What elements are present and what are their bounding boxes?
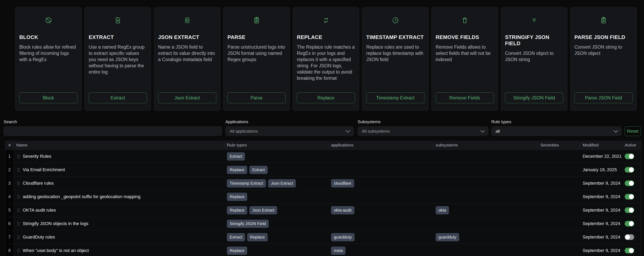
- card-title: PARSE: [228, 34, 286, 40]
- subsystems-cell: [433, 244, 538, 256]
- table-row[interactable]: 4 adding geolocation _geopoint suffix fo…: [5, 190, 641, 203]
- subsystems-cell: okta: [433, 204, 538, 217]
- table-row[interactable]: 7 GuardDuty rules ExtractReplace guarddu…: [5, 230, 641, 244]
- rule-type-tag: Replace: [227, 193, 247, 201]
- card-timestamp-extract: TIMESTAMP EXTRACT Replace rules are used…: [362, 7, 428, 111]
- toggle-knob: [629, 248, 634, 253]
- severities-cell: [538, 190, 580, 203]
- active-cell: [623, 244, 641, 256]
- applications-cell: guardduty: [328, 231, 433, 244]
- application-tag: okta-audit: [331, 206, 354, 214]
- applications-dropdown-value: All applications: [230, 129, 258, 134]
- timestamp-extract-button[interactable]: Timestamp Extract: [366, 92, 424, 103]
- card-title: STRINGIFY JSON FIELD: [505, 34, 563, 47]
- drag-handle-icon[interactable]: [18, 155, 20, 158]
- application-tag: meta: [331, 247, 346, 255]
- rule-name: Stringify JSON objects in the logs: [23, 221, 88, 226]
- rule-type-cards: BLOCK Block rules allow for refined filt…: [15, 7, 637, 111]
- remove-fields-button[interactable]: Remove Fields: [436, 92, 494, 103]
- subsystem-tag: okta: [436, 206, 449, 214]
- active-toggle[interactable]: [625, 180, 634, 186]
- card-title: JSON EXTRACT: [158, 34, 216, 40]
- card-description: Replace rules are used to replace logs t…: [366, 44, 424, 63]
- card-json-extract: JSON EXTRACT Name a JSON field to extrac…: [154, 7, 220, 111]
- card-stringify-json-field: STRINGIFY JSON FIELD Convert JSON object…: [501, 7, 567, 111]
- active-toggle[interactable]: [625, 221, 634, 227]
- applications-cell: [328, 217, 433, 230]
- card-description: Name a JSON field to extract its value d…: [158, 44, 216, 63]
- rule-type-tag: Json Extract: [250, 206, 277, 214]
- name-cell: Stringify JSON objects in the logs: [14, 217, 225, 230]
- rules-page: BLOCK Block rules allow for refined filt…: [0, 0, 644, 256]
- name-cell: Severity Rules: [14, 150, 225, 163]
- drag-handle-icon[interactable]: [18, 222, 20, 226]
- extract-button[interactable]: Extract: [89, 92, 147, 103]
- stringify-json-field-button[interactable]: Stringify JSON Field: [505, 92, 563, 103]
- rule-types-cell: ReplaceJson Extract: [225, 204, 328, 217]
- rule-name: When "user.body" is not an object: [23, 248, 89, 253]
- card-description: Use a named RegEx group to extract speci…: [89, 44, 147, 75]
- table-row[interactable]: 6 Stringify JSON objects in the logs Str…: [5, 217, 641, 230]
- drag-handle-icon[interactable]: [18, 249, 20, 253]
- drag-handle-icon[interactable]: [18, 209, 20, 212]
- rule-types-cell: Replace: [225, 244, 328, 256]
- card-title: PARSE JSON FIELD: [574, 34, 632, 40]
- drag-handle-icon[interactable]: [18, 236, 20, 239]
- card-title: REPLACE: [297, 34, 355, 40]
- rule-type-tag: Replace: [227, 247, 247, 255]
- parse-button[interactable]: Parse: [228, 92, 286, 103]
- drag-handle-icon[interactable]: [18, 195, 20, 199]
- rule-types-dropdown-value: all: [496, 129, 500, 134]
- table-row[interactable]: 2 Via Email Enrichment ReplaceExtract Ja…: [5, 163, 641, 176]
- active-toggle[interactable]: [625, 248, 634, 254]
- rule-types-cell: Replace: [225, 190, 328, 203]
- reset-button[interactable]: Reset: [625, 126, 641, 136]
- active-toggle[interactable]: [625, 154, 634, 159]
- rule-types-cell: Timestamp ExtractJson Extract: [225, 177, 328, 190]
- modified-date: September 9, 2024: [580, 204, 623, 217]
- search-input[interactable]: [4, 127, 222, 136]
- row-index: 1: [5, 150, 14, 163]
- table-row[interactable]: 3 Cloudflare rules Timestamp ExtractJson…: [5, 176, 641, 190]
- toggle-knob: [629, 154, 634, 159]
- active-toggle[interactable]: [625, 234, 634, 240]
- row-index: 8: [5, 244, 14, 256]
- row-index: 3: [5, 177, 14, 190]
- column-header-applications: applications: [328, 141, 433, 150]
- table-row[interactable]: 1 Severity Rules Extract December 22, 20…: [5, 150, 641, 163]
- name-cell: When "user.body" is not an object: [14, 244, 225, 256]
- drag-handle-icon[interactable]: [18, 168, 20, 172]
- json-extract-button[interactable]: Json Extract: [158, 92, 216, 103]
- active-toggle[interactable]: [625, 167, 634, 173]
- severities-cell: [538, 231, 580, 244]
- parse-json-field-button[interactable]: Parse JSON Field: [574, 92, 632, 103]
- table-row[interactable]: 5 OKTA audit rules ReplaceJson Extract o…: [5, 203, 641, 217]
- application-tag: guardduty: [331, 233, 354, 241]
- table-header-row: # Name Rule types applications subsystem…: [5, 141, 641, 150]
- active-toggle[interactable]: [625, 207, 634, 213]
- card-title: REMOVE FIELDS: [436, 34, 494, 40]
- modified-date: September 9, 2024: [580, 231, 623, 244]
- card-block: BLOCK Block rules allow for refined filt…: [15, 7, 82, 111]
- rule-name: adding geolocation _geopoint suffix for …: [23, 194, 140, 199]
- card-parse-json-field: PARSE JSON FIELD Convert JSON string to …: [570, 7, 637, 111]
- chevron-down-icon: [614, 128, 618, 132]
- subsystems-dropdown[interactable]: All subsystems: [358, 126, 488, 136]
- column-header-name: Name: [14, 141, 225, 150]
- active-toggle[interactable]: [625, 194, 634, 200]
- name-cell: GuardDuty rules: [14, 231, 225, 244]
- card-title: EXTRACT: [89, 34, 147, 40]
- block-button[interactable]: Block: [19, 92, 78, 103]
- rule-type-tag: Extract: [227, 233, 245, 241]
- chevron-down-icon: [346, 128, 350, 132]
- applications-dropdown[interactable]: All applications: [226, 126, 354, 136]
- card-description: Parse unstructured logs into JSON format…: [228, 44, 286, 63]
- applications-filter: Applications All applications: [226, 119, 354, 124]
- table-row[interactable]: 8 When "user.body" is not an object Repl…: [5, 244, 641, 256]
- drag-handle-icon[interactable]: [18, 182, 20, 185]
- replace-button[interactable]: Replace: [297, 92, 355, 103]
- active-cell: [623, 163, 641, 176]
- rule-types-dropdown[interactable]: all: [491, 126, 622, 136]
- rule-types-cell: ReplaceExtract: [225, 163, 328, 176]
- modified-date: January 19, 2025: [580, 163, 623, 176]
